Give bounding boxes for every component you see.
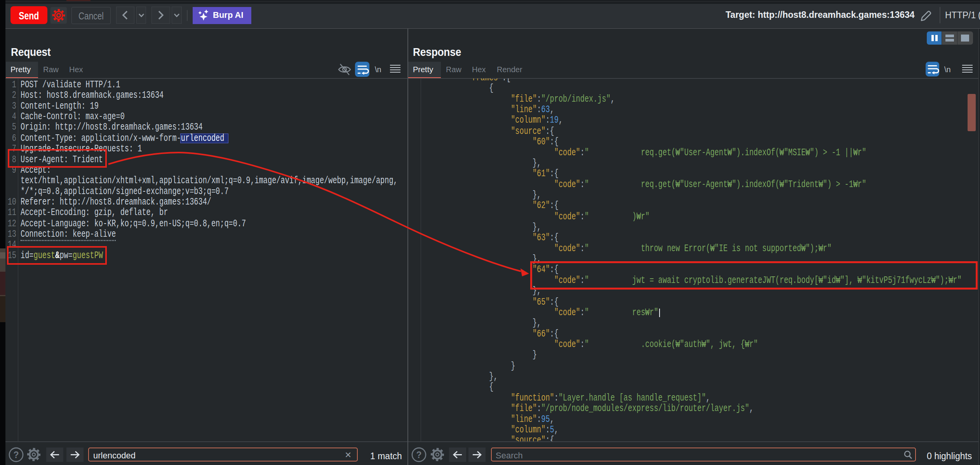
svg-text:?: ? xyxy=(416,450,421,460)
svg-text:?: ? xyxy=(13,450,19,460)
